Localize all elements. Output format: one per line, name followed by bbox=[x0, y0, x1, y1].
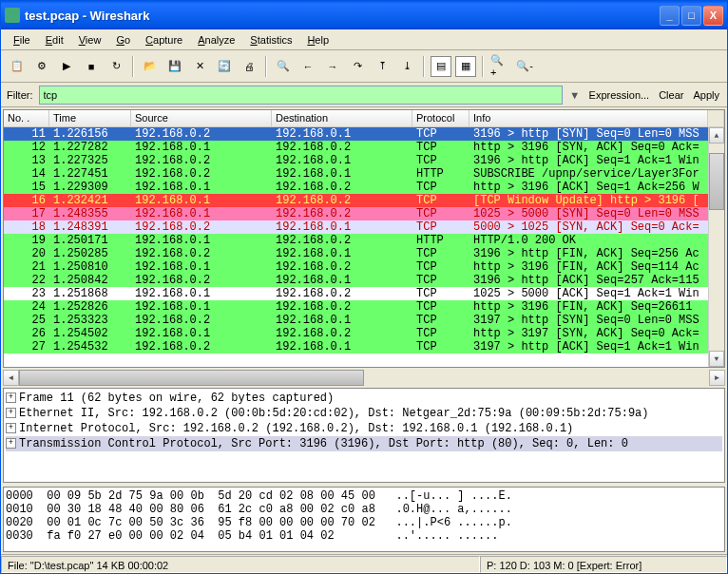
next-button[interactable]: → bbox=[322, 56, 343, 77]
print-button[interactable]: 🖨 bbox=[239, 56, 259, 77]
main-window: test.pcap - Wireshark _ □ X File Edit Vi… bbox=[0, 0, 728, 574]
statusbar: File: "D:\test.pcap" 14 KB 00:00:02 P: 1… bbox=[1, 554, 727, 573]
packet-details-pane[interactable]: +Frame 11 (62 bytes on wire, 62 bytes ca… bbox=[3, 388, 725, 483]
column-no[interactable]: No. . bbox=[4, 110, 49, 126]
reload-button[interactable]: 🔄 bbox=[214, 56, 235, 77]
stop-capture-button[interactable]: ■ bbox=[81, 56, 102, 77]
menu-view[interactable]: View bbox=[72, 32, 108, 48]
vertical-scrollbar[interactable]: ▲ ▼ bbox=[708, 127, 724, 367]
filter-input[interactable] bbox=[39, 86, 563, 105]
close-file-button[interactable]: ✕ bbox=[189, 56, 210, 77]
menu-edit[interactable]: Edit bbox=[39, 32, 70, 48]
packet-row[interactable]: 121.227282192.168.0.1192.168.0.2TCPhttp … bbox=[4, 141, 724, 154]
menu-capture[interactable]: Capture bbox=[139, 32, 189, 48]
separator bbox=[265, 56, 267, 77]
filterbar: Filter: ▼ Expression... Clear Apply bbox=[1, 83, 727, 107]
expand-icon[interactable]: + bbox=[6, 408, 16, 418]
restart-capture-button[interactable]: ↻ bbox=[105, 56, 126, 77]
detail-row[interactable]: +Frame 11 (62 bytes on wire, 62 bytes ca… bbox=[6, 391, 722, 406]
window-title: test.pcap - Wireshark bbox=[25, 9, 660, 23]
detail-row[interactable]: +Transmission Control Protocol, Src Port… bbox=[6, 436, 722, 451]
hex-dump-pane[interactable]: 0000 00 09 5b 2d 75 9a 00 0b 5d 20 cd 02… bbox=[3, 487, 725, 552]
menu-analyze[interactable]: Analyze bbox=[191, 32, 241, 48]
packet-row[interactable]: 261.254502192.168.0.1192.168.0.2TCPhttp … bbox=[4, 327, 724, 340]
start-capture-button[interactable]: ▶ bbox=[56, 56, 77, 77]
packet-row[interactable]: 161.232421192.168.0.1192.168.0.2TCP[TCP … bbox=[4, 194, 724, 207]
packet-list-body[interactable]: 111.226156192.168.0.2192.168.0.1TCP3196 … bbox=[4, 127, 724, 367]
apply-button[interactable]: Apply bbox=[691, 89, 721, 101]
first-button[interactable]: ⤒ bbox=[372, 56, 393, 77]
last-button[interactable]: ⤓ bbox=[396, 56, 417, 77]
packet-row[interactable]: 151.229309192.168.0.1192.168.0.2TCPhttp … bbox=[4, 181, 724, 194]
packet-row[interactable]: 171.248355192.168.0.1192.168.0.2TCP1025 … bbox=[4, 207, 724, 220]
menubar: File Edit View Go Capture Analyze Statis… bbox=[1, 29, 727, 50]
options-button[interactable]: ⚙ bbox=[31, 56, 52, 77]
separator bbox=[132, 56, 134, 77]
column-source[interactable]: Source bbox=[131, 110, 272, 126]
column-time[interactable]: Time bbox=[49, 110, 131, 126]
separator bbox=[482, 56, 484, 77]
goto-button[interactable]: ↷ bbox=[347, 56, 368, 77]
expression-button[interactable]: Expression... bbox=[587, 89, 652, 101]
packet-row[interactable]: 191.250171192.168.0.1192.168.0.2HTTPHTTP… bbox=[4, 234, 724, 247]
status-left: File: "D:\test.pcap" 14 KB 00:00:02 bbox=[1, 556, 480, 573]
find-button[interactable]: 🔍 bbox=[273, 56, 294, 77]
prev-button[interactable]: ← bbox=[297, 56, 318, 77]
scroll-thumb[interactable] bbox=[709, 153, 724, 210]
packet-row[interactable]: 211.250810192.168.0.1192.168.0.2TCPhttp … bbox=[4, 260, 724, 274]
packet-row[interactable]: 131.227325192.168.0.2192.168.0.1TCP3196 … bbox=[4, 154, 724, 167]
packet-row[interactable]: 251.253323192.168.0.2192.168.0.1TCP3197 … bbox=[4, 314, 724, 327]
packet-row[interactable]: 271.254532192.168.0.2192.168.0.1TCP3197 … bbox=[4, 340, 724, 354]
scroll-left-icon[interactable]: ◄ bbox=[3, 370, 19, 386]
packet-list-pane: No. . Time Source Destination Protocol I… bbox=[3, 109, 725, 368]
packet-row[interactable]: 201.250285192.168.0.2192.168.0.1TCP3196 … bbox=[4, 247, 724, 260]
filter-label: Filter: bbox=[7, 89, 33, 101]
filter-dropdown-icon[interactable]: ▼ bbox=[568, 86, 582, 104]
expand-icon[interactable]: + bbox=[6, 392, 16, 403]
minimize-button[interactable]: _ bbox=[660, 6, 680, 26]
app-icon bbox=[5, 8, 20, 23]
maximize-button[interactable]: □ bbox=[681, 6, 701, 26]
close-button[interactable]: X bbox=[703, 6, 723, 26]
scroll-down-icon[interactable]: ▼ bbox=[709, 351, 724, 367]
detail-row[interactable]: +Internet Protocol, Src: 192.168.0.2 (19… bbox=[6, 421, 722, 436]
scroll-up-icon[interactable]: ▲ bbox=[709, 127, 724, 144]
scroll-right-icon[interactable]: ► bbox=[709, 370, 725, 386]
horizontal-scrollbar[interactable]: ◄ ► bbox=[3, 370, 725, 386]
column-destination[interactable]: Destination bbox=[272, 110, 412, 126]
separator bbox=[423, 56, 425, 77]
menu-statistics[interactable]: Statistics bbox=[243, 32, 298, 48]
packet-row[interactable]: 231.251868192.168.0.1192.168.0.2TCP1025 … bbox=[4, 287, 724, 300]
scroll-thumb-h[interactable] bbox=[19, 370, 364, 386]
autoscroll-button[interactable]: ▦ bbox=[455, 56, 476, 77]
toolbar: 📋 ⚙ ▶ ■ ↻ 📂 💾 ✕ 🔄 🖨 🔍 ← → ↷ ⤒ ⤓ ▤ ▦ 🔍+ 🔍… bbox=[1, 50, 727, 83]
menu-go[interactable]: Go bbox=[109, 32, 137, 48]
packet-row[interactable]: 181.248391192.168.0.2192.168.0.1TCP5000 … bbox=[4, 220, 724, 234]
packet-row[interactable]: 241.252826192.168.0.1192.168.0.2TCPhttp … bbox=[4, 300, 724, 314]
interfaces-button[interactable]: 📋 bbox=[7, 56, 28, 77]
packet-row[interactable]: 111.226156192.168.0.2192.168.0.1TCP3196 … bbox=[4, 127, 724, 141]
column-protocol[interactable]: Protocol bbox=[412, 110, 469, 126]
save-button[interactable]: 💾 bbox=[164, 56, 185, 77]
packet-list-header: No. . Time Source Destination Protocol I… bbox=[4, 110, 724, 127]
colorize-button[interactable]: ▤ bbox=[431, 56, 451, 77]
clear-button[interactable]: Clear bbox=[657, 89, 685, 101]
menu-help[interactable]: Help bbox=[300, 32, 335, 48]
status-right: P: 120 D: 103 M: 0 [Expert: Error] bbox=[480, 556, 727, 573]
zoom-out-button[interactable]: 🔍- bbox=[514, 56, 535, 77]
column-scrollgap bbox=[708, 110, 724, 126]
packet-row[interactable]: 221.250842192.168.0.2192.168.0.1TCP3196 … bbox=[4, 274, 724, 287]
column-info[interactable]: Info bbox=[469, 110, 708, 126]
open-button[interactable]: 📂 bbox=[140, 56, 161, 77]
packet-row[interactable]: 141.227451192.168.0.2192.168.0.1HTTPSUBS… bbox=[4, 167, 724, 181]
zoom-in-button[interactable]: 🔍+ bbox=[489, 56, 510, 77]
menu-file[interactable]: File bbox=[7, 32, 37, 48]
expand-icon[interactable]: + bbox=[6, 438, 16, 449]
titlebar[interactable]: test.pcap - Wireshark _ □ X bbox=[1, 1, 727, 29]
detail-row[interactable]: +Ethernet II, Src: 192.168.0.2 (00:0b:5d… bbox=[6, 406, 722, 421]
expand-icon[interactable]: + bbox=[6, 423, 16, 433]
